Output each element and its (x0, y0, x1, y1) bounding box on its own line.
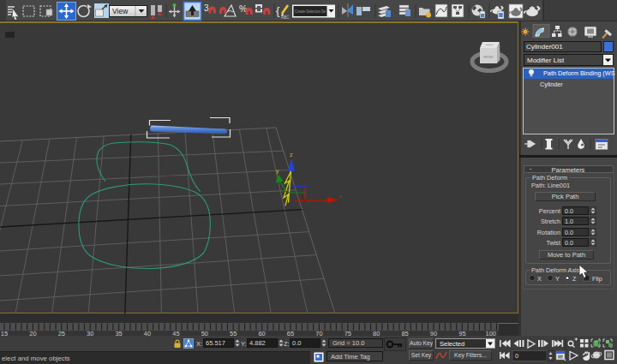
svg-text:0: 0 (515, 352, 518, 360)
